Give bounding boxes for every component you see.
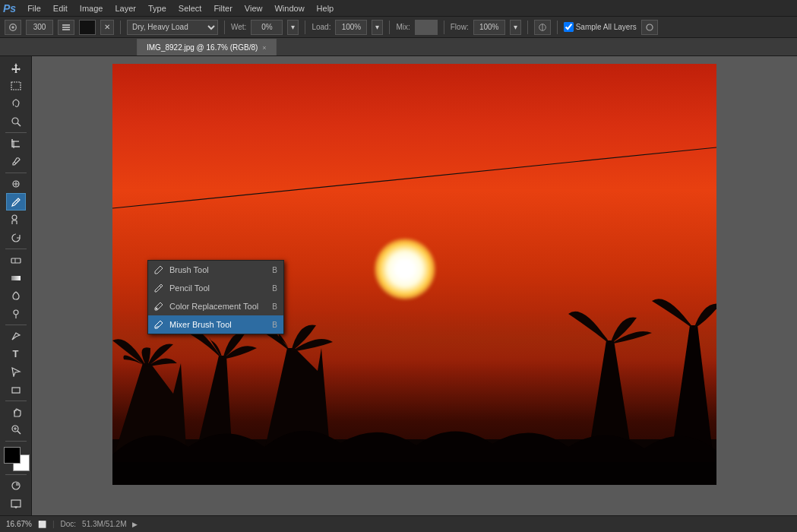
menu-window[interactable]: Window xyxy=(269,2,309,14)
separator-2 xyxy=(224,21,225,34)
load-input[interactable] xyxy=(335,20,367,35)
mix-input[interactable] xyxy=(415,20,438,35)
load-dropdown[interactable]: ▾ xyxy=(372,20,383,35)
svg-marker-8 xyxy=(11,63,21,73)
toolbar: T xyxy=(0,56,32,515)
menu-bar: Ps File Edit Image Layer Type Select Fil… xyxy=(0,0,797,17)
brush-size-input[interactable] xyxy=(26,20,53,35)
tab-bar: IMG_8922.jpg @ 16.7% (RGB/8) × xyxy=(0,38,797,56)
svg-point-1 xyxy=(11,26,14,28)
separator-5 xyxy=(444,21,444,34)
flow-label: Flow: xyxy=(451,23,469,31)
pen-btn[interactable] xyxy=(6,328,26,345)
tab-filename: IMG_8922.jpg @ 16.7% (RGB/8) xyxy=(147,43,258,52)
menu-type[interactable]: Type xyxy=(143,2,172,14)
clone-stamp-btn[interactable] xyxy=(6,211,26,229)
crop-tool-btn[interactable] xyxy=(6,135,26,153)
canvas-wrapper: Brush Tool B Pencil Tool B xyxy=(40,64,789,508)
separator-1 xyxy=(120,21,121,34)
color-replacement-menu-item[interactable]: Color Replacement Tool B xyxy=(148,297,283,315)
text-btn[interactable]: T xyxy=(6,345,26,363)
status-separator-1: | xyxy=(52,520,55,528)
hand-btn[interactable] xyxy=(6,404,26,421)
brush-tool-menu-item[interactable]: Brush Tool B xyxy=(148,261,283,279)
separator-4 xyxy=(389,21,390,34)
text-icon: T xyxy=(13,348,19,359)
brush-tool-shortcut: B xyxy=(272,266,277,274)
screen-mode-btn[interactable] xyxy=(6,496,26,513)
extra-options-btn[interactable] xyxy=(641,20,658,35)
tool-sep-5 xyxy=(5,401,27,401)
flow-dropdown[interactable]: ▾ xyxy=(510,20,521,35)
dodge-btn[interactable] xyxy=(6,305,26,322)
airbrush-btn[interactable] xyxy=(534,20,551,35)
sample-all-layers-label[interactable]: Sample All Layers xyxy=(564,22,637,32)
main-area: T xyxy=(0,56,797,515)
svg-point-7 xyxy=(647,24,653,30)
mixer-brush-shortcut: B xyxy=(272,321,277,329)
menu-image[interactable]: Image xyxy=(74,2,109,14)
separator-7 xyxy=(557,21,558,34)
svg-point-10 xyxy=(12,118,18,124)
svg-rect-18 xyxy=(11,258,21,263)
menu-filter[interactable]: Filter xyxy=(208,2,237,14)
zoom-level: 16.67% xyxy=(6,520,32,528)
wet-dropdown[interactable]: ▾ xyxy=(287,20,299,35)
svg-rect-2 xyxy=(62,24,70,26)
svg-line-38 xyxy=(160,286,161,287)
mixer-brush-menu-item[interactable]: Mixer Brush Tool B xyxy=(148,315,283,334)
move-tool-btn[interactable] xyxy=(6,59,26,77)
menu-select[interactable]: Select xyxy=(173,2,207,14)
brush-mode-select[interactable]: Dry, Heavy Load Normal Wet xyxy=(127,20,218,35)
tab-close-btn[interactable]: × xyxy=(262,44,266,52)
sample-all-layers-checkbox[interactable] xyxy=(564,22,574,32)
pencil-tool-menu-item[interactable]: Pencil Tool B xyxy=(148,279,283,297)
eyedropper-tool-btn[interactable] xyxy=(6,153,26,170)
pencil-tool-icon xyxy=(153,282,165,294)
quick-mask-btn[interactable] xyxy=(6,477,26,495)
path-selection-btn[interactable] xyxy=(6,363,26,381)
menu-edit[interactable]: Edit xyxy=(48,2,73,14)
tool-sep-2 xyxy=(5,173,27,173)
app-logo: Ps xyxy=(3,2,16,14)
mixer-brush-label: Mixer Brush Tool xyxy=(169,320,267,329)
menu-file[interactable]: File xyxy=(22,2,46,14)
eraser-btn[interactable] xyxy=(6,252,26,269)
gradient-btn[interactable] xyxy=(6,269,26,287)
tool-sep-3 xyxy=(5,249,27,249)
wet-input[interactable] xyxy=(251,20,283,35)
foreground-color-swatch[interactable] xyxy=(4,447,21,464)
zoom-btn[interactable] xyxy=(6,421,26,439)
canvas[interactable]: Brush Tool B Pencil Tool B xyxy=(112,64,716,485)
separator-3 xyxy=(305,21,305,34)
history-brush-btn[interactable] xyxy=(6,229,26,246)
mix-label: Mix: xyxy=(396,23,410,31)
color-replacement-shortcut: B xyxy=(272,302,277,311)
menu-help[interactable]: Help xyxy=(312,2,340,14)
svg-line-12 xyxy=(14,162,16,163)
color-replacement-label: Color Replacement Tool xyxy=(169,302,267,311)
flow-input[interactable] xyxy=(473,20,505,35)
erase-mode-btn[interactable]: ✕ xyxy=(100,20,114,35)
quick-select-tool-btn[interactable] xyxy=(6,113,26,131)
svg-rect-4 xyxy=(62,29,70,30)
blur-btn[interactable] xyxy=(6,287,26,305)
status-bar: 16.67% ⬜ | Doc: 51.3M/51.2M ▶ xyxy=(0,515,797,532)
document-tab[interactable]: IMG_8922.jpg @ 16.7% (RGB/8) × xyxy=(137,39,277,55)
svg-line-16 xyxy=(17,200,18,201)
brush-tool-btn[interactable] xyxy=(6,193,26,211)
marquee-tool-btn[interactable] xyxy=(6,78,26,95)
svg-point-21 xyxy=(14,310,18,315)
healing-brush-btn[interactable] xyxy=(6,176,26,193)
brush-preset-picker[interactable] xyxy=(5,20,21,35)
shape-btn[interactable] xyxy=(6,381,26,398)
brush-color-swatch[interactable] xyxy=(79,20,96,35)
menu-view[interactable]: View xyxy=(239,2,268,14)
menu-layer[interactable]: Layer xyxy=(109,2,141,14)
svg-point-17 xyxy=(12,215,17,220)
status-nav-arrow[interactable]: ▶ xyxy=(132,521,138,528)
pencil-tool-shortcut: B xyxy=(272,284,277,293)
svg-point-39 xyxy=(156,308,158,310)
brush-options-btn[interactable] xyxy=(58,20,74,35)
lasso-tool-btn[interactable] xyxy=(6,95,26,112)
